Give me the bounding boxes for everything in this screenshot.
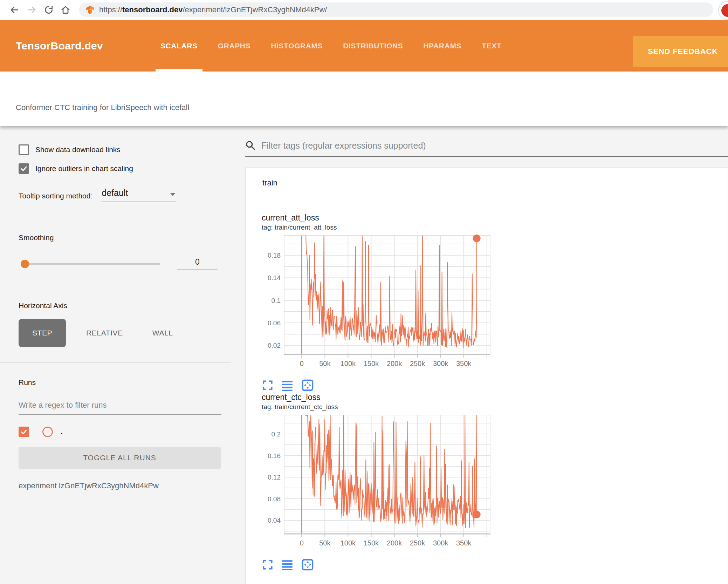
svg-text:300k: 300k [433, 539, 448, 547]
show-download-row[interactable]: Show data download links [19, 144, 221, 155]
axis-step-button[interactable]: STEP [19, 319, 66, 347]
tab-graphs[interactable]: GRAPHS [213, 20, 255, 72]
log-scale-icon[interactable] [281, 379, 293, 391]
tab-histograms[interactable]: HISTOGRAMS [266, 20, 328, 72]
svg-text:0.04: 0.04 [268, 517, 281, 524]
svg-text:150k: 150k [364, 360, 379, 367]
run-color-swatch-icon[interactable] [42, 427, 53, 437]
avatar-badge [721, 4, 728, 17]
svg-text:250k: 250k [410, 539, 425, 547]
svg-text:100k: 100k [341, 360, 356, 367]
group-title[interactable]: train [246, 168, 728, 197]
smoothing-value[interactable]: 0 [177, 257, 218, 270]
browser-chrome: https://tensorboard.dev/experiment/lzGnE… [0, 0, 728, 20]
reload-icon[interactable] [43, 5, 54, 15]
app-header: TensorBoard.dev SCALARS GRAPHS HISTOGRAM… [0, 20, 728, 72]
expand-chart-icon[interactable] [262, 559, 274, 571]
content: Show data download links Ignore outliers… [0, 126, 728, 584]
svg-text:50k: 50k [319, 360, 331, 367]
chart-title: current_att_loss [262, 212, 493, 223]
url-bar[interactable]: https://tensorboard.dev/experiment/lzGnE… [79, 2, 713, 17]
chart-plot[interactable]: 050k100k150k200k250k300k350k0.20.160.120… [262, 413, 493, 552]
chart-tag: tag: train/current_ctc_loss [262, 402, 493, 412]
browser-avatar[interactable] [718, 1, 728, 20]
svg-text:100k: 100k [341, 539, 356, 547]
svg-text:50k: 50k [319, 539, 331, 547]
svg-text:0: 0 [300, 360, 304, 367]
tensorboard-favicon [85, 5, 95, 15]
url-path: /experiment/lzGnETjwRxC3yghNMd4kPw/ [183, 5, 327, 14]
checkbox-unchecked-icon[interactable] [19, 144, 29, 155]
checkbox-checked-icon[interactable] [19, 163, 29, 174]
smoothing-label: Smoothing [19, 233, 221, 242]
svg-text:200k: 200k [387, 539, 402, 547]
tooltip-sorting-row: Tooltip sorting method: default [19, 188, 221, 202]
svg-text:350k: 350k [456, 539, 472, 547]
smoothing-slider[interactable] [22, 263, 160, 265]
chart-current-ctc-loss: current_ctc_loss tag: train/current_ctc_… [262, 392, 493, 571]
forward-icon[interactable] [27, 5, 37, 15]
ignore-outliers-label: Ignore outliers in chart scaling [35, 164, 133, 173]
send-feedback-button[interactable]: SEND FEEDBACK [633, 36, 728, 67]
log-scale-icon[interactable] [281, 559, 293, 571]
run-checkbox-icon[interactable] [19, 427, 29, 437]
svg-text:0.16: 0.16 [268, 452, 281, 460]
svg-text:150k: 150k [364, 539, 379, 547]
tooltip-sorting-select[interactable]: default [101, 188, 176, 202]
tooltip-sorting-label: Tooltip sorting method: [19, 192, 92, 202]
search-icon [245, 140, 256, 151]
ignore-outliers-row[interactable]: Ignore outliers in chart scaling [19, 163, 221, 174]
tag-filter-input[interactable] [261, 141, 728, 151]
chart-current-att-loss: current_att_loss tag: train/current_att_… [262, 212, 493, 392]
url-scheme: https:// [99, 5, 122, 14]
tab-distributions[interactable]: DISTRIBUTIONS [338, 20, 408, 72]
svg-text:0.08: 0.08 [268, 495, 281, 503]
charts-grid: current_att_loss tag: train/current_att_… [246, 197, 728, 584]
divider [0, 286, 231, 286]
tooltip-sorting-value: default [102, 188, 128, 198]
svg-text:0.2: 0.2 [272, 430, 281, 438]
fit-domain-icon[interactable] [301, 558, 314, 571]
experiment-title: Conformer CTC training for LibriSpeech w… [16, 103, 189, 112]
home-icon[interactable] [60, 5, 71, 15]
svg-text:0.02: 0.02 [268, 342, 281, 349]
divider [0, 218, 231, 218]
run-name: . [61, 427, 63, 436]
runs-filter-input[interactable] [19, 399, 221, 415]
fit-domain-icon[interactable] [301, 379, 314, 392]
chart-tag: tag: train/current_att_loss [262, 223, 493, 232]
svg-text:0: 0 [300, 539, 304, 547]
show-download-label: Show data download links [35, 145, 121, 154]
runs-label: Runs [19, 378, 221, 387]
url-domain: tensorboard.dev [122, 5, 183, 14]
chevron-down-icon [170, 193, 176, 196]
tag-filter-row [245, 140, 728, 157]
horizontal-axis-buttons: STEP RELATIVE WALL [19, 319, 221, 347]
url-text: https://tensorboard.dev/experiment/lzGnE… [99, 5, 327, 14]
axis-wall-button[interactable]: WALL [143, 319, 182, 347]
horizontal-axis-label: Horizontal Axis [19, 301, 221, 310]
back-icon[interactable] [9, 5, 20, 15]
tab-scalars[interactable]: SCALARS [156, 20, 202, 72]
nav-tabs: SCALARS GRAPHS HISTOGRAMS DISTRIBUTIONS … [156, 20, 517, 72]
svg-text:0.18: 0.18 [268, 252, 281, 259]
toggle-all-runs-button[interactable]: TOGGLE ALL RUNS [19, 447, 221, 469]
divider [0, 362, 231, 363]
svg-text:0.14: 0.14 [268, 274, 281, 281]
chart-plot[interactable]: 050k100k150k200k250k300k350k0.180.140.10… [262, 233, 493, 372]
brand-title: TensorBoard.dev [16, 40, 103, 52]
train-group-card: train current_att_loss tag: train/curren… [245, 168, 728, 584]
slider-thumb[interactable] [21, 260, 29, 268]
chart-toolbar [262, 379, 493, 392]
svg-text:0.1: 0.1 [272, 297, 281, 304]
run-item[interactable]: . [19, 427, 221, 437]
chart-toolbar [262, 558, 493, 571]
svg-text:250k: 250k [410, 360, 425, 367]
experiment-title-bar: Conformer CTC training for LibriSpeech w… [0, 72, 728, 126]
chart-title: current_ctc_loss [262, 392, 493, 402]
expand-chart-icon[interactable] [262, 379, 274, 391]
tab-text[interactable]: TEXT [477, 20, 506, 72]
tab-hparams[interactable]: HPARAMS [418, 20, 466, 72]
svg-text:300k: 300k [433, 360, 448, 367]
axis-relative-button[interactable]: RELATIVE [77, 319, 132, 347]
